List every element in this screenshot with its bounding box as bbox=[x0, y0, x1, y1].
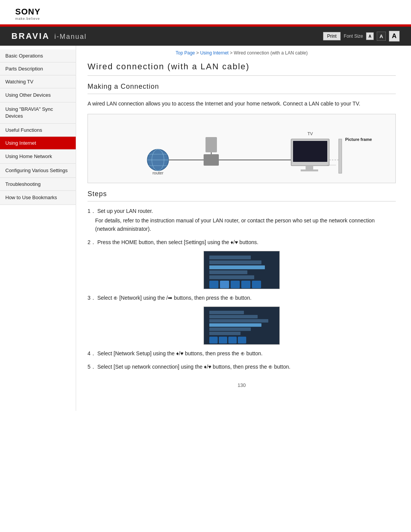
step-1: 1． Set up your LAN router. For details, … bbox=[88, 207, 396, 233]
svg-rect-17 bbox=[339, 139, 342, 173]
svg-rect-13 bbox=[293, 141, 327, 162]
step-1-detail: For details, refer to the instruction ma… bbox=[95, 216, 396, 233]
step-3-text: Select ⊕ [Network] using the /➡ buttons,… bbox=[97, 295, 252, 301]
main-layout: Basic Operations Parts Description Watch… bbox=[0, 46, 411, 411]
svg-rect-15 bbox=[301, 169, 318, 171]
header-controls: Print Font Size A A A bbox=[323, 31, 400, 42]
sidebar-item-how-to-use-bookmarks[interactable]: How to Use Bookmarks bbox=[0, 191, 76, 205]
page-title: Wired connection (with a LAN cable) bbox=[88, 62, 396, 76]
page-number: 130 bbox=[88, 382, 396, 396]
font-size-small-button[interactable]: A bbox=[366, 32, 374, 40]
font-size-medium-button[interactable]: A bbox=[377, 32, 386, 41]
breadcrumb-current: Wired connection (with a LAN cable) bbox=[234, 50, 307, 56]
screenshot-settings-menu bbox=[204, 251, 280, 289]
sony-header: SONY make.believe bbox=[0, 0, 411, 24]
screenshot-2-container bbox=[88, 307, 396, 345]
breadcrumb-using-internet[interactable]: Using Internet bbox=[200, 50, 229, 56]
breadcrumb-sep2: > bbox=[229, 50, 234, 56]
sidebar-item-basic-operations[interactable]: Basic Operations bbox=[0, 50, 76, 62]
connection-diagram: router ‘C TV bbox=[88, 114, 396, 183]
sidebar-item-troubleshooting[interactable]: Troubleshooting bbox=[0, 178, 76, 191]
sidebar-item-using-internet[interactable]: Using Internet bbox=[0, 137, 76, 150]
step-3: 3． Select ⊕ [Network] using the /➡ butto… bbox=[88, 294, 396, 302]
step-1-text: Set up your LAN router. bbox=[97, 208, 153, 214]
step-4-number: 4． bbox=[88, 350, 96, 356]
sidebar-item-using-home-network[interactable]: Using Home Network bbox=[0, 150, 76, 164]
breadcrumb-sep1: > bbox=[195, 50, 200, 56]
header-brand: BRAVIA i-Manual bbox=[11, 31, 87, 41]
content-area: Top Page > Using Internet > Wired connec… bbox=[76, 46, 411, 411]
svg-rect-10 bbox=[206, 137, 217, 152]
print-button[interactable]: Print bbox=[323, 32, 341, 40]
step-2-text: Press the HOME button, then select [Sett… bbox=[97, 239, 258, 245]
step-4-text: Select [Network Setup] using the ♦/♥ but… bbox=[97, 350, 263, 356]
header-bar: BRAVIA i-Manual Print Font Size A A A bbox=[0, 27, 411, 46]
breadcrumb-top-page[interactable]: Top Page bbox=[176, 50, 195, 56]
section-making-connection: Making a Connection bbox=[88, 83, 396, 94]
screenshot-network-menu bbox=[204, 307, 280, 345]
breadcrumb: Top Page > Using Internet > Wired connec… bbox=[88, 50, 396, 56]
imanual-label: i-Manual bbox=[54, 33, 87, 41]
step-2-number: 2． bbox=[88, 239, 96, 245]
sidebar-item-configuring-settings[interactable]: Configuring Various Settings bbox=[0, 164, 76, 178]
font-size-large-button[interactable]: A bbox=[389, 31, 400, 42]
step-5-number: 5． bbox=[88, 364, 96, 370]
step-1-number: 1． bbox=[88, 208, 96, 214]
sony-tagline: make.believe bbox=[15, 17, 396, 21]
step-5-text: Select [Set up network connection] using… bbox=[97, 364, 290, 370]
svg-rect-14 bbox=[306, 166, 313, 169]
sidebar-item-using-other-devices[interactable]: Using Other Devices bbox=[0, 88, 76, 102]
screenshot-1-container bbox=[88, 251, 396, 289]
step-2: 2． Press the HOME button, then select [S… bbox=[88, 238, 396, 246]
sidebar-item-watching-tv[interactable]: Watching TV bbox=[0, 75, 76, 88]
sidebar-item-useful-functions[interactable]: Useful Functions bbox=[0, 124, 76, 137]
sidebar-item-parts-description[interactable]: Parts Description bbox=[0, 62, 76, 75]
step-4: 4． Select [Network Setup] using the ♦/♥ … bbox=[88, 349, 396, 358]
svg-text:router: router bbox=[153, 171, 164, 175]
svg-text:TV: TV bbox=[307, 131, 313, 136]
step-3-number: 3． bbox=[88, 295, 96, 301]
svg-rect-7 bbox=[204, 154, 219, 166]
steps-heading: Steps bbox=[88, 190, 396, 201]
step-5: 5． Select [Set up network connection] us… bbox=[88, 363, 396, 371]
font-size-label: Font Size bbox=[344, 34, 363, 39]
svg-text:———: ——— bbox=[327, 163, 336, 166]
intro-paragraph: A wired LAN connection allows you to acc… bbox=[88, 99, 396, 108]
svg-text:Picture frame: Picture frame bbox=[345, 137, 372, 142]
diagram-svg: router ‘C TV bbox=[92, 118, 392, 179]
bravia-logo: BRAVIA bbox=[11, 31, 50, 41]
sidebar-item-using-bravia-sync[interactable]: Using "BRAVIA" Sync Devices bbox=[0, 102, 76, 123]
sidebar: Basic Operations Parts Description Watch… bbox=[0, 46, 76, 411]
sony-logo: SONY bbox=[15, 7, 396, 17]
